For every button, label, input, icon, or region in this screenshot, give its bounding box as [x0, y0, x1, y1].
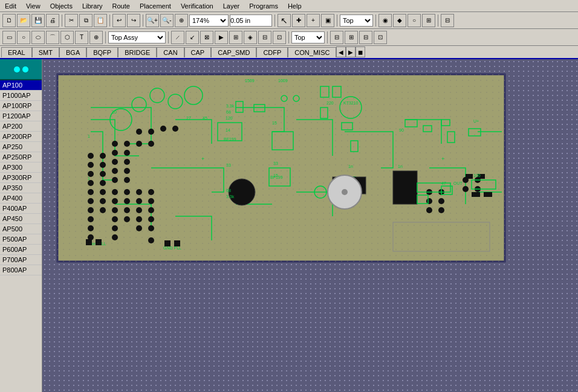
- tab-eral[interactable]: ERAL: [1, 47, 32, 57]
- sidebar-item-p500ap[interactable]: P500AP: [0, 234, 42, 245]
- layer-select[interactable]: Top: [340, 14, 373, 27]
- sidebar-item-p800ap[interactable]: P800AP: [0, 265, 42, 275]
- zoom-out-button[interactable]: 🔍-: [160, 14, 174, 27]
- text-tool[interactable]: T: [75, 31, 88, 44]
- sidebar-item-ap250[interactable]: AP250: [0, 142, 42, 152]
- sidebar-item-ap500[interactable]: AP500: [0, 224, 42, 234]
- svg-point-39: [124, 216, 130, 222]
- svg-text:BF199: BF199: [224, 137, 236, 141]
- menu-placement[interactable]: Placement: [137, 1, 174, 11]
- plus-tool[interactable]: +: [307, 14, 320, 27]
- svg-text:120: 120: [226, 116, 233, 120]
- paste-button[interactable]: 📋: [94, 14, 107, 27]
- svg-text:68: 68: [226, 188, 231, 193]
- route-tool1[interactable]: ⟋: [171, 31, 184, 44]
- save-button[interactable]: 💾: [31, 14, 45, 27]
- sidebar-item-ap450[interactable]: AP450: [0, 214, 42, 224]
- menu-objects[interactable]: Objects: [48, 1, 75, 11]
- tab-bridge[interactable]: BRIDGE: [118, 47, 157, 57]
- zoom-fit-button[interactable]: ⊕: [175, 14, 188, 27]
- redo-button[interactable]: ↪: [127, 14, 140, 27]
- svg-text:33: 33: [226, 163, 231, 167]
- print-button[interactable]: 🖨: [46, 14, 59, 27]
- sidebar-item-p1200ap[interactable]: P1200AP: [0, 111, 42, 121]
- cut-button[interactable]: ✂: [65, 14, 78, 27]
- layer-select2[interactable]: Top: [291, 31, 325, 43]
- sidebar-item-p600ap[interactable]: P600AP: [0, 245, 42, 255]
- menu-route[interactable]: Route: [110, 1, 132, 11]
- sidebar-item-ap200[interactable]: AP200: [0, 121, 42, 132]
- canvas-area[interactable]: From PLL GND PLL BF199 BF199 220 KT3210 …: [42, 59, 578, 392]
- stats-tool[interactable]: ⊟: [330, 31, 343, 44]
- svg-text:OUT: OUT: [453, 181, 463, 185]
- separator-7: [438, 14, 438, 27]
- menu-layer[interactable]: Layer: [221, 1, 242, 11]
- route-tool3[interactable]: ⊠: [200, 31, 213, 44]
- undo-button[interactable]: ↩: [112, 14, 126, 27]
- menu-view[interactable]: View: [24, 1, 43, 11]
- tab-can[interactable]: CAN: [157, 47, 184, 57]
- select-tool[interactable]: ↖: [278, 14, 291, 27]
- sidebar-item-p700ap[interactable]: P700AP: [0, 255, 42, 265]
- crosshair-tool[interactable]: ⊕: [89, 31, 103, 44]
- copy-button[interactable]: ⧉: [79, 14, 93, 27]
- tab-cap-smd[interactable]: CAP_SMD: [211, 47, 256, 57]
- polygon-tool[interactable]: ⬡: [60, 31, 74, 44]
- svg-text:1: 1: [88, 134, 90, 138]
- svg-point-60: [438, 198, 444, 204]
- sidebar-item-ap350[interactable]: AP350: [0, 183, 42, 193]
- tab-end[interactable]: ◼: [356, 47, 365, 57]
- menu-help[interactable]: Help: [285, 1, 304, 11]
- menu-programs[interactable]: Programs: [247, 1, 281, 11]
- net-select[interactable]: Top Assy: [108, 31, 166, 43]
- tab-bga[interactable]: BGA: [59, 47, 86, 57]
- sidebar-item-ap300[interactable]: AP300: [0, 162, 42, 173]
- tab-prev[interactable]: ◀: [336, 47, 346, 57]
- netlist-tool[interactable]: ⊞: [229, 31, 242, 44]
- arc-tool[interactable]: ⌒: [46, 31, 59, 44]
- menu-library[interactable]: Library: [80, 1, 105, 11]
- sidebar-item-p400ap[interactable]: P400AP: [0, 204, 42, 214]
- route-tool2[interactable]: ↙: [186, 31, 199, 44]
- scan-tool[interactable]: ⊟: [258, 31, 271, 44]
- tab-next[interactable]: ▶: [346, 47, 356, 57]
- drc-run[interactable]: ▶: [215, 31, 228, 44]
- tab-smt[interactable]: SMT: [32, 47, 59, 57]
- menu-edit[interactable]: Edit: [2, 1, 19, 11]
- grid-display[interactable]: ⊟: [441, 14, 454, 27]
- clearance-tool[interactable]: ⊟: [359, 31, 372, 44]
- drc2[interactable]: ⊡: [273, 31, 286, 44]
- sidebar-item-ap400[interactable]: AP400: [0, 193, 42, 204]
- zoom-select[interactable]: 174%: [189, 14, 229, 27]
- 3d-tool[interactable]: ○: [408, 14, 421, 27]
- highlight-tool[interactable]: ◈: [244, 31, 257, 44]
- sidebar-item-ap100[interactable]: AP100: [0, 80, 42, 91]
- ellipse-tool[interactable]: ⬭: [31, 31, 45, 44]
- sidebar-item-ap250rp[interactable]: AP250RP: [0, 152, 42, 162]
- group-tool[interactable]: ▣: [321, 14, 334, 27]
- circle-tool[interactable]: ○: [17, 31, 30, 44]
- new-button[interactable]: 🗋: [2, 14, 16, 27]
- zoom-in-button[interactable]: 🔍+: [146, 14, 159, 27]
- update-tool[interactable]: ⊡: [374, 31, 387, 44]
- ratsnest2[interactable]: ⊞: [345, 31, 358, 44]
- drc-tool[interactable]: ◆: [393, 14, 406, 27]
- tab-bar: ERAL SMT BGA BQFP BRIDGE CAN CAP CAP_SMD…: [0, 46, 578, 59]
- separator-8: [105, 31, 106, 43]
- rect-tool[interactable]: ▭: [2, 31, 16, 44]
- tab-con-misc[interactable]: CON_MISC: [288, 47, 336, 57]
- sidebar-item-ap300rp[interactable]: AP300RP: [0, 173, 42, 183]
- sidebar-item-ap100rp[interactable]: AP100RP: [0, 101, 42, 111]
- sidebar-item-ap200rp[interactable]: AP200RP: [0, 132, 42, 142]
- tab-cap[interactable]: CAP: [184, 47, 212, 57]
- ratsnest-tool[interactable]: ⊞: [422, 14, 435, 27]
- tab-cdfp[interactable]: CDFP: [256, 47, 288, 57]
- via-tool[interactable]: ◉: [378, 14, 392, 27]
- sidebar-item-p1000ap[interactable]: P1000AP: [0, 91, 42, 101]
- open-button[interactable]: 📂: [17, 14, 30, 27]
- svg-point-14: [100, 162, 106, 168]
- grid-input[interactable]: [230, 14, 272, 27]
- tab-bqfp[interactable]: BQFP: [86, 47, 118, 57]
- cross-tool[interactable]: ✚: [292, 14, 305, 27]
- menu-verification[interactable]: Verification: [178, 1, 216, 11]
